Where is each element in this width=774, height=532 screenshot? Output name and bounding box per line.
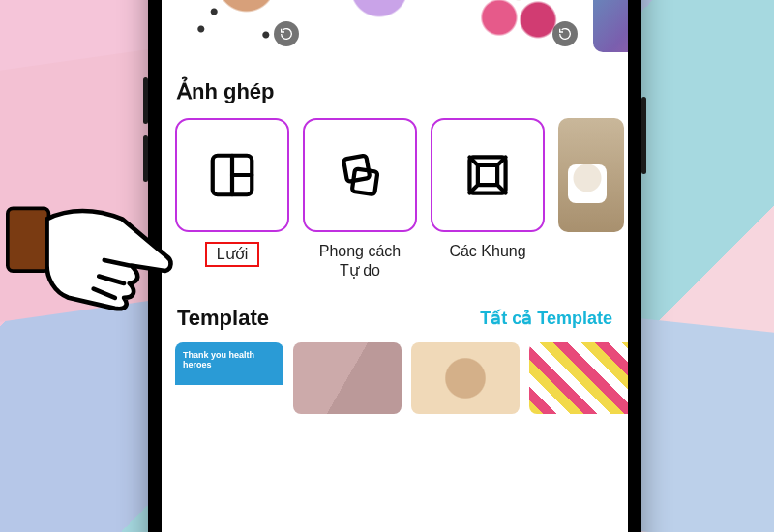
templates-row: Thank you health heroes — [175, 342, 614, 414]
power-button — [641, 97, 646, 174]
svg-rect-11 — [8, 208, 49, 271]
refresh-icon[interactable] — [274, 21, 299, 46]
template-thumbnail[interactable] — [529, 342, 628, 414]
template-thumbnail[interactable]: Thank you health heroes — [175, 342, 283, 414]
grid-card[interactable] — [175, 118, 289, 232]
effect-thumbnail[interactable] — [314, 0, 444, 52]
freeform-card[interactable] — [303, 118, 417, 232]
template-thumbnail[interactable] — [411, 342, 520, 414]
highlight-box: Lưới — [205, 242, 259, 267]
frames-icon — [461, 149, 514, 201]
collage-option-grid[interactable]: Lưới — [175, 118, 289, 267]
effect-thumbnail[interactable] — [454, 0, 583, 52]
frames-card[interactable] — [431, 118, 545, 232]
pointing-hand-icon — [6, 192, 185, 327]
effect-thumbnail[interactable] — [593, 0, 628, 52]
phone-frame: Ảnh ghép Lưới — [148, 0, 641, 532]
template-header: Template Tất cả Template — [177, 306, 612, 331]
collage-options-row: Lưới Phong cách Tự do — [175, 118, 614, 281]
grid-icon — [206, 149, 258, 201]
freeform-icon — [334, 149, 386, 201]
collage-option-frames[interactable]: Các Khung — [431, 118, 545, 261]
effects-row — [175, 0, 614, 52]
freeform-label: Phong cách Tự do — [303, 242, 417, 281]
frames-label: Các Khung — [431, 242, 545, 261]
all-templates-link[interactable]: Tất cả Template — [480, 308, 612, 329]
effect-thumbnail[interactable] — [175, 0, 305, 52]
grid-label: Lưới — [175, 242, 289, 267]
template-banner-text: Thank you health heroes — [183, 350, 283, 370]
refresh-icon[interactable] — [552, 21, 578, 46]
app-content: Ảnh ghép Lưới — [162, 0, 628, 532]
template-thumbnail[interactable] — [293, 342, 402, 414]
phone-screen: Ảnh ghép Lưới — [162, 0, 628, 532]
collage-preview-thumbnail[interactable] — [558, 118, 624, 232]
svg-rect-6 — [478, 165, 497, 185]
volume-up-button — [143, 77, 148, 124]
section-title-collage: Ảnh ghép — [177, 79, 614, 104]
section-title-template: Template — [177, 306, 269, 331]
collage-option-freeform[interactable]: Phong cách Tự do — [303, 118, 417, 281]
volume-down-button — [143, 135, 148, 182]
